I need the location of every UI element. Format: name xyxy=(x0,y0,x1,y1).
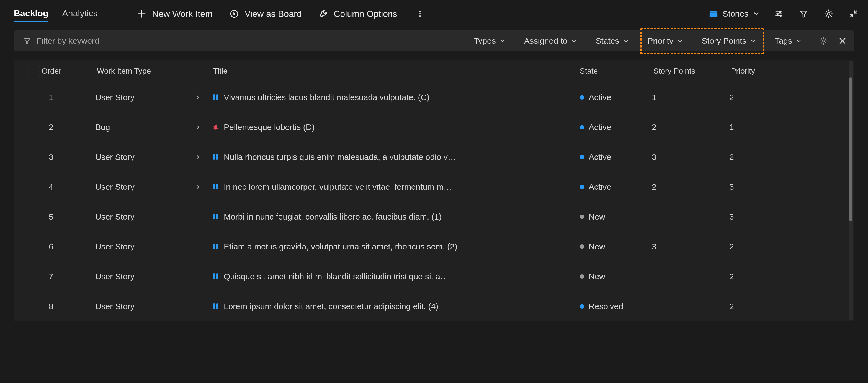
col-state[interactable]: State xyxy=(563,67,652,75)
state-dot-icon xyxy=(580,185,584,189)
col-order[interactable]: Order xyxy=(40,67,95,75)
cell-title[interactable]: Quisque sit amet nibh id mi blandit soll… xyxy=(212,272,563,281)
filter-placeholder: Filter by keyword xyxy=(36,36,99,46)
chevron-right-icon xyxy=(195,184,201,190)
table-row[interactable]: 4User StoryIn nec lorem ullamcorper, vul… xyxy=(14,172,854,202)
chevron-down-icon xyxy=(571,38,577,44)
cell-work-item-type: User Story xyxy=(95,212,195,221)
col-title[interactable]: Title xyxy=(212,67,563,75)
filter-types[interactable]: Types xyxy=(470,34,509,48)
column-options-button[interactable]: Column Options xyxy=(318,9,397,19)
chevron-right-icon xyxy=(195,154,201,160)
filter-states[interactable]: States xyxy=(592,34,632,48)
state-dot-icon xyxy=(580,155,584,159)
chevron-down-icon xyxy=(796,38,802,44)
cell-priority: 2 xyxy=(729,302,812,311)
cell-title[interactable]: Nulla rhoncus turpis quis enim malesuada… xyxy=(212,152,563,162)
state-dot-icon xyxy=(580,95,584,100)
cell-title[interactable]: Morbi in nunc feugiat, convallis libero … xyxy=(212,212,563,221)
cell-state: New xyxy=(563,272,652,281)
user-story-icon xyxy=(212,153,220,161)
backlog-level-selector[interactable]: Stories xyxy=(709,9,760,19)
title-text: Lorem ipsum dolor sit amet, consectetur … xyxy=(224,302,438,311)
tab-analytics[interactable]: Analytics xyxy=(62,6,97,22)
plus-icon xyxy=(137,9,147,19)
col-priority[interactable]: Priority xyxy=(729,67,812,75)
new-work-item-button[interactable]: New Work Item xyxy=(137,9,213,19)
filter-states-label: States xyxy=(595,36,619,46)
chevron-down-icon xyxy=(750,38,756,44)
cell-title[interactable]: Etiam a metus gravida, volutpat urna sit… xyxy=(212,242,563,251)
expand-toggle[interactable] xyxy=(195,154,202,160)
funnel-icon xyxy=(23,37,31,45)
chevron-right-icon xyxy=(195,124,201,130)
cell-order: 3 xyxy=(40,152,95,162)
cell-work-item-type: User Story xyxy=(95,93,195,102)
chevron-down-icon xyxy=(499,38,506,44)
cell-work-item-type: User Story xyxy=(95,302,195,311)
collapse-all-button[interactable]: − xyxy=(30,66,40,76)
chevron-down-icon xyxy=(753,10,760,18)
cell-priority: 3 xyxy=(729,182,812,192)
settings-button[interactable] xyxy=(823,8,835,20)
wrench-icon xyxy=(318,9,328,19)
filter-tags[interactable]: Tags xyxy=(771,34,805,48)
table-row[interactable]: 2BugPellentesque lobortis (D)Active21 xyxy=(14,112,854,142)
cell-story-points: 2 xyxy=(652,182,729,192)
col-work-item-type[interactable]: Work Item Type xyxy=(95,67,195,75)
state-dot-icon xyxy=(580,304,584,309)
title-text: Quisque sit amet nibh id mi blandit soll… xyxy=(224,272,448,281)
filter-settings-button[interactable] xyxy=(817,35,830,47)
table-row[interactable]: 3User StoryNulla rhoncus turpis quis eni… xyxy=(14,142,854,172)
gear-icon xyxy=(824,9,833,19)
col-story-points[interactable]: Story Points xyxy=(652,67,729,75)
filter-assigned-to[interactable]: Assigned to xyxy=(521,34,581,48)
table-row[interactable]: 7User StoryQuisque sit amet nibh id mi b… xyxy=(14,262,854,291)
chevron-right-icon xyxy=(195,94,201,100)
cell-order: 6 xyxy=(40,242,95,251)
cell-state: Active xyxy=(563,123,652,132)
filter-keyword-input[interactable]: Filter by keyword xyxy=(23,36,463,46)
filter-toggle-button[interactable] xyxy=(798,8,810,20)
backlog-grid: − Order Work Item Type Title State Story… xyxy=(14,60,854,321)
view-as-board-button[interactable]: View as Board xyxy=(229,9,302,19)
filter-pills: Types Assigned to States Priority Story … xyxy=(470,34,805,48)
board-icon xyxy=(229,9,239,19)
table-row[interactable]: 8User StoryLorem ipsum dolor sit amet, c… xyxy=(14,291,854,321)
expand-all-button[interactable] xyxy=(18,66,28,76)
cell-order: 7 xyxy=(40,272,95,281)
view-as-board-label: View as Board xyxy=(245,9,302,19)
state-text: Active xyxy=(589,123,611,132)
cell-title[interactable]: Lorem ipsum dolor sit amet, consectetur … xyxy=(212,302,563,311)
filter-priority[interactable]: Priority xyxy=(644,34,687,48)
expand-toggle[interactable] xyxy=(195,184,202,190)
cell-state: Active xyxy=(563,182,652,192)
stories-icon xyxy=(709,9,718,19)
title-text: Vivamus ultricies lacus blandit malesuad… xyxy=(224,93,429,102)
column-options-label: Column Options xyxy=(334,9,397,19)
close-filter-button[interactable] xyxy=(836,35,848,47)
collapse-icon xyxy=(849,9,858,19)
view-options-button[interactable] xyxy=(773,8,785,20)
table-row[interactable]: 5User StoryMorbi in nunc feugiat, conval… xyxy=(14,202,854,232)
table-row[interactable]: 6User StoryEtiam a metus gravida, volutp… xyxy=(14,232,854,262)
state-dot-icon xyxy=(580,125,584,130)
cell-title[interactable]: In nec lorem ullamcorper, vulputate veli… xyxy=(212,182,563,192)
cell-title[interactable]: Vivamus ultricies lacus blandit malesuad… xyxy=(212,93,563,102)
cell-state: Active xyxy=(563,152,652,162)
more-actions-button[interactable] xyxy=(414,8,426,20)
tab-backlog[interactable]: Backlog xyxy=(14,6,48,22)
user-story-icon xyxy=(212,183,220,191)
fullscreen-toggle-button[interactable] xyxy=(847,8,860,20)
scrollbar-thumb[interactable] xyxy=(849,77,852,221)
state-text: Resolved xyxy=(589,302,623,311)
filter-story-points[interactable]: Story Points xyxy=(698,34,760,48)
title-text: In nec lorem ullamcorper, vulputate veli… xyxy=(224,182,452,192)
table-row[interactable]: 1User StoryVivamus ultricies lacus bland… xyxy=(14,82,854,112)
vertical-scrollbar[interactable] xyxy=(848,61,853,320)
cell-title[interactable]: Pellentesque lobortis (D) xyxy=(212,123,563,132)
filter-assigned-to-label: Assigned to xyxy=(524,36,567,46)
user-story-icon xyxy=(212,302,220,311)
expand-toggle[interactable] xyxy=(195,124,202,130)
expand-toggle[interactable] xyxy=(195,94,202,100)
